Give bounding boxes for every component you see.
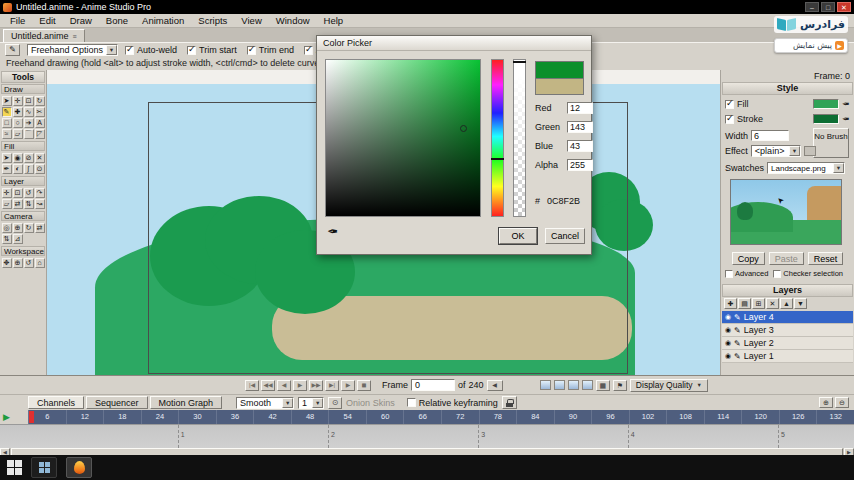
swatch-thumbnail[interactable]: ➤ [730,179,842,245]
layer-row[interactable]: ◉ ✎ Layer 1 [722,350,853,363]
step-forward-button[interactable]: ▶ [293,380,307,391]
curve-profile-tool[interactable]: ∫ [24,164,34,174]
close-button[interactable]: ✕ [837,2,851,12]
visibility-icon[interactable]: ◉ [725,339,731,347]
visibility-icon[interactable]: ◉ [725,326,731,334]
shear-points-tool[interactable]: ▱ [13,129,23,139]
duplicate-layer-button[interactable]: ⊞ [752,298,765,309]
move-layer-down-button[interactable]: ▼ [794,298,807,309]
hue-slider[interactable] [491,59,504,217]
blue-input[interactable]: 43 [567,140,593,152]
step-back-button[interactable]: ◀ [277,380,291,391]
flip-layer-h-tool[interactable]: ⇄ [13,199,23,209]
minimize-button[interactable]: – [805,2,819,12]
ok-button[interactable]: OK [499,228,537,244]
step-stepper[interactable]: 1 ▼ [298,397,324,409]
pencil-icon[interactable]: ✎ [5,44,20,56]
dialog-titlebar[interactable]: Color Picker [317,36,591,51]
play-button[interactable]: ▶ [341,380,355,391]
rotate-layer-xy-tool[interactable]: ↷ [35,188,45,198]
next-keyframe-button[interactable]: ▶▶ [309,380,323,391]
trim-end-checkbox[interactable]: Trim end [247,45,294,55]
stop-button[interactable]: ◼ [357,380,371,391]
reset-workspace-tool[interactable]: ⌂ [35,258,45,268]
file-manager-app[interactable] [31,457,57,478]
stroke-color-swatch[interactable] [813,114,839,124]
motion-graph-tab[interactable]: Motion Graph [150,396,223,409]
checker-icon[interactable]: ▦ [596,380,610,391]
effect-color-well[interactable] [804,146,816,156]
go-to-start-button[interactable]: |◀ [245,380,259,391]
move-layer-up-button[interactable]: ▲ [780,298,793,309]
camera-perspective-tool[interactable]: ⊿ [13,234,23,244]
maximize-button[interactable]: □ [821,2,835,12]
view-mode-icon[interactable] [554,380,565,390]
alpha-input[interactable]: 255 [567,159,593,171]
menu-item[interactable]: Scripts [191,14,234,27]
view-mode-icon[interactable] [582,380,593,390]
visibility-icon[interactable]: ◉ [725,313,731,321]
freehand-tool[interactable]: ✎ [2,107,12,117]
shear-layer-tool[interactable]: ▱ [2,199,12,209]
preview-button[interactable]: ▶ پیش نمایش [774,38,848,53]
fill-checkbox[interactable] [725,100,734,109]
alpha-slider[interactable] [513,59,526,217]
layer-row[interactable]: ◉ ✎ Layer 2 [722,337,853,350]
frame-input[interactable]: 0 [411,379,455,391]
follow-path-tool[interactable]: ↝ [35,199,45,209]
width-input[interactable]: 6 [751,130,789,141]
zoom-out-icon[interactable]: ⊖ [835,397,849,408]
perspective-points-tool[interactable]: ◸ [35,129,45,139]
hide-edge-tool[interactable]: ⊘ [24,153,34,163]
cancel-button[interactable]: Cancel [545,228,585,244]
alpha-marker[interactable] [513,61,526,63]
select-points-tool[interactable]: ➤ [2,96,12,106]
zoom-workspace-tool[interactable]: ⊕ [13,258,23,268]
oval-tool[interactable]: ○ [13,118,23,128]
rotate-layer-z-tool[interactable]: ↺ [24,188,34,198]
view-mode-icon[interactable] [540,380,551,390]
scale-layer-tool[interactable]: ⊡ [13,188,23,198]
interpolation-dropdown[interactable]: Smooth ▼ [236,397,294,409]
scale-points-tool[interactable]: ⊡ [24,96,34,106]
trim-start-checkbox[interactable]: Trim start [187,45,237,55]
effect-dropdown[interactable]: <plain> ▼ [751,145,801,157]
saturation-value-field[interactable] [325,59,481,217]
menu-item[interactable]: Edit [32,14,62,27]
zoom-in-icon[interactable]: ⊕ [819,397,833,408]
green-input[interactable]: 143 [567,121,593,133]
tilt-camera-tool[interactable]: ⇅ [2,234,12,244]
advanced-checkbox[interactable]: Advanced [725,269,768,278]
frame-step-button[interactable]: ◀ [487,380,503,391]
text-tool[interactable]: A [35,118,45,128]
relative-keyframing-checkbox[interactable]: Relative keyframing [407,398,498,408]
menu-item[interactable]: View [234,14,268,27]
view-mode-icon[interactable] [568,380,579,390]
create-shape-tool[interactable]: ◉ [13,153,23,163]
pan-camera-tool[interactable]: ⇄ [35,223,45,233]
translate-points-tool[interactable]: ✛ [13,96,23,106]
translate-layer-tool[interactable]: ✛ [2,188,12,198]
flag-icon[interactable]: ⚑ [613,380,627,391]
go-to-end-button[interactable]: ▶| [325,380,339,391]
stroke-exposure-tool[interactable]: ◐ [13,164,23,174]
add-point-tool[interactable]: ✚ [13,107,23,117]
freehand-options-dropdown[interactable]: Freehand Options ▼ [27,44,118,56]
copy-button[interactable]: Copy [732,252,765,265]
new-group-button[interactable]: ▤ [738,298,751,309]
channels-tab[interactable]: Channels [28,396,84,409]
anime-studio-app[interactable] [66,457,92,478]
menu-item[interactable]: Help [317,14,351,27]
playhead[interactable] [29,411,34,423]
layer-row[interactable]: ◉ ✎ Layer 3 [722,324,853,337]
pan-workspace-tool[interactable]: ✥ [2,258,12,268]
display-quality-button[interactable]: Display Quality ▼ [630,379,708,392]
prev-keyframe-button[interactable]: ◀◀ [261,380,275,391]
timeline-ruler[interactable]: 6121824303642485460667278849096102108114… [0,410,854,424]
line-width-tool[interactable]: ✒ [2,164,12,174]
fill-color-swatch[interactable] [813,99,839,109]
paste-button[interactable]: Paste [769,252,804,265]
hue-marker[interactable] [491,158,504,160]
color-points-tool[interactable]: ⊙ [35,164,45,174]
swatches-dropdown[interactable]: Landscape.png ▼ [767,162,845,174]
